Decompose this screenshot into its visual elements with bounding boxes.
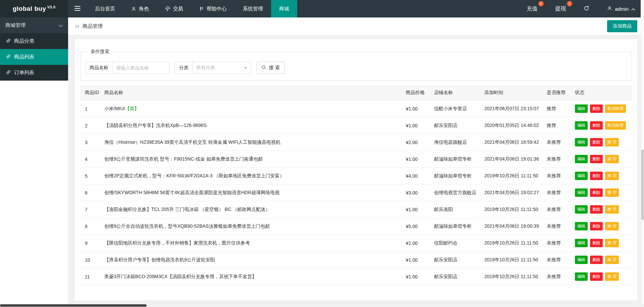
- edit-button[interactable]: 编辑: [575, 188, 588, 197]
- nav-item-help-center[interactable]: 帮助中心: [191, 0, 235, 17]
- delete-button[interactable]: 删除: [590, 155, 603, 163]
- edit-button[interactable]: 编辑: [575, 172, 588, 180]
- edit-button[interactable]: 编辑: [575, 121, 588, 130]
- double-chevron-icon: [75, 24, 80, 29]
- table-row: 1小米/MIUI【英】¥1.00信酷小米专营店2021年06月07日 23:15…: [80, 100, 632, 117]
- delete-button[interactable]: 删除: [590, 239, 603, 247]
- sidebar-item-product-categories[interactable]: 商品分类: [0, 33, 68, 49]
- search-button[interactable]: 搜 索: [256, 62, 285, 74]
- search-panel: 条件搜索 商品名称 分类 所有分类: [80, 49, 632, 81]
- recommend-toggle-button[interactable]: 取消推荐: [605, 104, 626, 113]
- add-time: 2019年10月26日 11:11:50: [482, 268, 544, 285]
- product-name: 【滑县积分用户专享】创维电器洗衣机9公斤波轮安阳: [102, 252, 403, 268]
- product-id: 1: [80, 100, 102, 117]
- nav-item-mall[interactable]: 商城: [271, 0, 297, 17]
- add-product-button[interactable]: 添加商品: [607, 20, 637, 32]
- vertical-scrollbar-thumb[interactable]: [641, 149, 644, 220]
- table-row: 9【限信阳地区积分兑换专用，不对外销售】家用洗衣机，图片仅供参考¥1.00信阳邮…: [80, 235, 632, 252]
- table-row: 4创维9公斤变频滚筒洗衣机 型号：F9015NC-炫金 如皋免费送货上门南通包邮…: [80, 151, 632, 168]
- delete-button[interactable]: 删除: [590, 205, 603, 214]
- product-table-body: 1小米/MIUI【英】¥1.00信酷小米专营店2021年06月07日 23:15…: [80, 100, 632, 285]
- recommend-toggle-button[interactable]: 取消推荐: [605, 121, 626, 130]
- product-id: 5: [80, 168, 102, 184]
- recommend-toggle-button[interactable]: 推 荐: [605, 222, 619, 230]
- add-time: 2021年04月06日 19:00:39: [482, 218, 544, 235]
- recharge-button[interactable]: 充值 0: [518, 0, 546, 17]
- add-time: 2019年10月26日 11:11:50: [482, 168, 544, 184]
- withdraw-label: 提现: [555, 5, 566, 12]
- sidebar-item-order-list[interactable]: 订单列表: [0, 65, 68, 81]
- nav-item-trade[interactable]: 交易: [157, 0, 191, 17]
- product-price: ¥2.00: [403, 134, 431, 151]
- table-row: 10【滑县积分用户专享】创维电器洗衣机9公斤波轮安阳¥1.00邮乐安阳店2019…: [80, 252, 632, 268]
- product-name-group: 商品名称: [85, 62, 169, 74]
- refresh-button[interactable]: [575, 0, 598, 17]
- nav-label: 交易: [173, 6, 183, 12]
- nav-item-system[interactable]: 系统管理: [235, 0, 271, 17]
- sidebar-item-product-list[interactable]: 商品列表: [0, 49, 68, 65]
- header-status: 状态: [572, 85, 632, 100]
- store-name: 海信电器旗舰店: [431, 134, 482, 151]
- chevron-down-icon: [59, 23, 63, 28]
- store-name: 邮滋味如皋馆专柜: [431, 168, 482, 184]
- delete-button[interactable]: 删除: [590, 272, 603, 281]
- product-name: 创维2P定频立式柜机，型号：KFR-50LW/F2DA1A-3 （限如皋地区免费…: [102, 168, 403, 184]
- recommend-toggle-button[interactable]: 推 荐: [605, 172, 619, 180]
- delete-button[interactable]: 删除: [590, 121, 603, 130]
- withdraw-button[interactable]: 提现 0: [546, 0, 575, 17]
- is-recommended: 未推荐: [544, 184, 572, 201]
- product-name-input[interactable]: [113, 62, 169, 74]
- recommend-toggle-button[interactable]: 推 荐: [605, 188, 619, 197]
- edit-button[interactable]: 编辑: [575, 272, 588, 281]
- vertical-scrollbar[interactable]: [641, 0, 644, 304]
- product-id: 7: [80, 201, 102, 218]
- nav-item-home[interactable]: 后台首页: [87, 0, 123, 17]
- delete-button[interactable]: 删除: [590, 104, 603, 113]
- product-price: ¥1.00: [403, 252, 431, 268]
- edit-button[interactable]: 编辑: [575, 222, 588, 230]
- recommend-toggle-button[interactable]: 推 荐: [605, 205, 619, 214]
- nav-item-roles[interactable]: 角色: [123, 0, 157, 17]
- product-price: ¥1.00: [403, 117, 431, 134]
- nav-label: 后台首页: [95, 6, 115, 12]
- product-id: 3: [80, 134, 102, 151]
- nav-label: 帮助中心: [207, 6, 227, 12]
- product-price: ¥1.00: [403, 235, 431, 252]
- sidebar-group-mall-management[interactable]: 商城管理: [0, 17, 68, 33]
- add-time: 2021年04月06日 19:01:36: [482, 151, 544, 168]
- horizontal-scrollbar[interactable]: [0, 304, 641, 307]
- actions-cell: 编辑删除取消推荐: [572, 100, 632, 117]
- product-id: 11: [80, 268, 102, 285]
- recommend-toggle-button[interactable]: 推 荐: [605, 239, 619, 247]
- recommend-toggle-button[interactable]: 推 荐: [605, 138, 619, 146]
- horizontal-scrollbar-thumb[interactable]: [0, 304, 147, 307]
- sidebar-item-label: 商品分类: [14, 38, 34, 44]
- delete-button[interactable]: 删除: [590, 256, 603, 264]
- store-name: 邮乐安阳店: [431, 268, 482, 285]
- delete-button[interactable]: 删除: [590, 138, 603, 146]
- user-icon: [607, 6, 612, 12]
- product-id: 10: [80, 252, 102, 268]
- delete-button[interactable]: 删除: [590, 172, 603, 180]
- recommend-toggle-button[interactable]: 推 荐: [605, 155, 619, 163]
- add-time: 2019年10月26日 11:11:50: [482, 235, 544, 252]
- category-select[interactable]: 所有分类: [193, 62, 251, 74]
- edit-button[interactable]: 编辑: [575, 205, 588, 214]
- user-menu[interactable]: admin: [598, 0, 644, 17]
- actions-cell: 编辑删除取消推荐: [572, 117, 632, 134]
- product-price: ¥1.00: [403, 100, 431, 117]
- edit-button[interactable]: 编辑: [575, 155, 588, 163]
- header-store-name: 店铺名称: [431, 85, 482, 100]
- table-row: 11美菱3开门冰箱BCD-209M3CX【汤阴县积分兑换专用，其他下单不发货】¥…: [80, 268, 632, 285]
- table-header-row: 商品ID 商品名称 商品价格 店铺名称 添加时间 是否推荐 状态: [80, 85, 632, 100]
- edit-button[interactable]: 编辑: [575, 104, 588, 113]
- recommend-toggle-button[interactable]: 推 荐: [605, 272, 619, 281]
- recommend-toggle-button[interactable]: 推 荐: [605, 256, 619, 264]
- edit-button[interactable]: 编辑: [575, 138, 588, 146]
- delete-button[interactable]: 删除: [590, 222, 603, 230]
- table-row: 7【洛阳金融积分兑换】TCL 205升 三门电冰箱 （星空银） BC （邮政网点…: [80, 201, 632, 218]
- edit-button[interactable]: 编辑: [575, 256, 588, 264]
- delete-button[interactable]: 删除: [590, 188, 603, 197]
- sidebar-toggle-button[interactable]: [68, 0, 87, 17]
- edit-button[interactable]: 编辑: [575, 239, 588, 247]
